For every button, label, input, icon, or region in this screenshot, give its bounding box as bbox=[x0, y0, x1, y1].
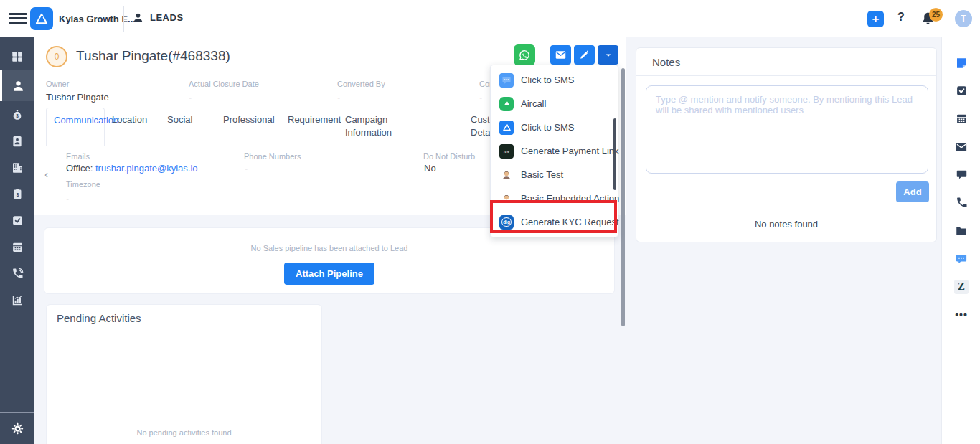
kylas-logo-icon bbox=[499, 121, 514, 135]
help-icon[interactable]: ? bbox=[897, 11, 905, 24]
calls-icon bbox=[956, 197, 968, 209]
comments-icon bbox=[956, 169, 968, 181]
content-scrollbar[interactable] bbox=[621, 68, 625, 326]
menu-item-label: Basic Test bbox=[521, 169, 563, 180]
tab-professional[interactable]: Professional bbox=[216, 108, 281, 146]
top-header: Kylas Growth E... LEADS + ? 25 T bbox=[0, 0, 980, 37]
sidebar-item-deals[interactable]: $ bbox=[0, 101, 34, 128]
more-actions-button[interactable] bbox=[598, 45, 618, 65]
tasks-icon bbox=[11, 214, 24, 227]
meetings-icon bbox=[956, 113, 968, 125]
panel-item-emails[interactable] bbox=[942, 133, 980, 161]
menu-item-generate-payment-link[interactable]: nw Generate Payment Link bbox=[491, 139, 618, 163]
menu-item-aircall[interactable]: Aircall bbox=[491, 92, 618, 115]
panel-item-notes[interactable] bbox=[942, 49, 980, 77]
collapse-chevron-icon[interactable]: ‹ bbox=[44, 168, 48, 180]
user-avatar[interactable]: T bbox=[955, 10, 972, 27]
panel-item-sms[interactable] bbox=[942, 245, 980, 273]
sidebar-item-tasks[interactable] bbox=[0, 207, 34, 234]
sidebar-item-meetings[interactable] bbox=[0, 234, 34, 260]
lead-field-actual-closure-date: Actual Closure Date - bbox=[189, 80, 259, 103]
field-value: - bbox=[189, 92, 259, 103]
edit-button[interactable] bbox=[574, 45, 595, 65]
deals-icon: $ bbox=[11, 108, 24, 121]
tab-campaign-information[interactable]: Campaign Information bbox=[338, 108, 417, 146]
tab-requirement[interactable]: Requirement bbox=[281, 108, 338, 146]
zoom-icon: Z bbox=[954, 280, 969, 294]
notes-card: Notes Add No notes found bbox=[636, 47, 937, 242]
nav-label: LEADS bbox=[150, 12, 184, 23]
add-note-button[interactable]: Add bbox=[896, 181, 929, 202]
field-value: Tushar Pingate bbox=[46, 92, 109, 103]
panel-item-zoom[interactable]: Z bbox=[942, 273, 980, 301]
dropdown-scrollbar[interactable] bbox=[613, 118, 616, 190]
email-button[interactable] bbox=[550, 45, 571, 65]
documents-icon bbox=[955, 225, 968, 237]
aircall-icon bbox=[499, 97, 514, 111]
sidebar-item-leads[interactable] bbox=[0, 70, 34, 101]
right-sidebar: Z ••• bbox=[941, 37, 980, 444]
field-label: Converted By bbox=[337, 80, 385, 88]
lead-title: Tushar Pingate(#468338) bbox=[76, 48, 230, 64]
panel-item-more[interactable]: ••• bbox=[942, 301, 980, 329]
person-icon bbox=[132, 11, 144, 24]
panel-item-tasks[interactable] bbox=[942, 77, 980, 105]
quotations-icon: $ bbox=[11, 188, 24, 200]
notes-icon bbox=[955, 57, 968, 70]
pending-activities-card: Pending Activities No pending activities… bbox=[46, 304, 322, 444]
whatsapp-button[interactable] bbox=[514, 44, 535, 65]
timezone-value: - bbox=[66, 193, 69, 204]
action-divider bbox=[542, 46, 542, 65]
hamburger-menu-icon[interactable] bbox=[9, 11, 27, 27]
breadcrumb-leads[interactable]: LEADS bbox=[132, 11, 184, 24]
panel-item-comments[interactable] bbox=[942, 161, 980, 189]
lead-field-owner: Owner Tushar Pingate bbox=[46, 80, 109, 103]
tab-location[interactable]: Location bbox=[105, 108, 160, 146]
sidebar-item-settings[interactable] bbox=[0, 412, 34, 444]
menu-item-click-to-sms-2[interactable]: Click to SMS bbox=[491, 115, 618, 139]
meetings-icon bbox=[11, 241, 24, 253]
sidebar-item-dashboard[interactable] bbox=[0, 43, 34, 70]
tab-social[interactable]: Social bbox=[160, 108, 216, 146]
tab-communication[interactable]: Communication bbox=[46, 108, 105, 146]
sidebar-item-reports[interactable] bbox=[0, 287, 34, 313]
pending-activities-empty-text: No pending activities found bbox=[47, 428, 321, 437]
menu-item-label: Click to SMS bbox=[521, 75, 574, 85]
kylas-logo[interactable] bbox=[30, 7, 53, 30]
sidebar-item-contacts[interactable] bbox=[0, 128, 34, 154]
phone-label: Phone Numbers bbox=[244, 152, 301, 161]
notifications-bell[interactable]: 25 bbox=[920, 11, 942, 29]
leads-icon bbox=[11, 79, 25, 93]
lead-field-converted-by: Converted By - bbox=[337, 80, 385, 103]
field-value: - bbox=[337, 92, 385, 103]
left-sidebar: $ $ bbox=[0, 37, 34, 444]
email-link[interactable]: trushar.pingate@kylas.io bbox=[95, 163, 198, 174]
quick-add-button[interactable]: + bbox=[867, 11, 884, 27]
menu-item-label: Aircall bbox=[521, 98, 546, 109]
kylas-triangle-icon bbox=[34, 11, 49, 26]
attach-pipeline-button[interactable]: Attach Pipeline bbox=[284, 263, 374, 285]
sidebar-item-calls[interactable] bbox=[0, 260, 34, 287]
menu-item-basic-test[interactable]: Basic Test bbox=[491, 163, 618, 186]
phone-value: - bbox=[245, 163, 248, 174]
notification-badge: 25 bbox=[929, 8, 943, 22]
dashboard-icon bbox=[11, 50, 24, 63]
email-type: Office: bbox=[66, 163, 93, 174]
lead-detail-page: Kylas Growth E... LEADS + ? 25 T $ bbox=[0, 0, 980, 444]
menu-item-label: Generate Payment Link bbox=[521, 146, 619, 156]
svg-text:$: $ bbox=[16, 192, 19, 198]
field-label: Owner bbox=[46, 80, 109, 88]
svg-text:$: $ bbox=[16, 113, 19, 118]
edit-pencil-icon bbox=[579, 49, 590, 60]
sidebar-item-quotations[interactable]: $ bbox=[0, 181, 34, 207]
lead-score-badge: 0 bbox=[46, 46, 67, 67]
panel-item-calls[interactable] bbox=[942, 189, 980, 217]
menu-item-click-to-sms[interactable]: Click to SMS bbox=[491, 68, 618, 92]
kyc-highlight-box bbox=[490, 200, 617, 233]
email-row: Office: trushar.pingate@kylas.io bbox=[66, 163, 198, 174]
note-input[interactable] bbox=[646, 85, 928, 174]
sidebar-item-companies[interactable] bbox=[0, 154, 34, 181]
panel-item-documents[interactable] bbox=[942, 217, 980, 245]
panel-item-meetings[interactable] bbox=[942, 105, 980, 133]
notes-title: Notes bbox=[636, 48, 936, 76]
